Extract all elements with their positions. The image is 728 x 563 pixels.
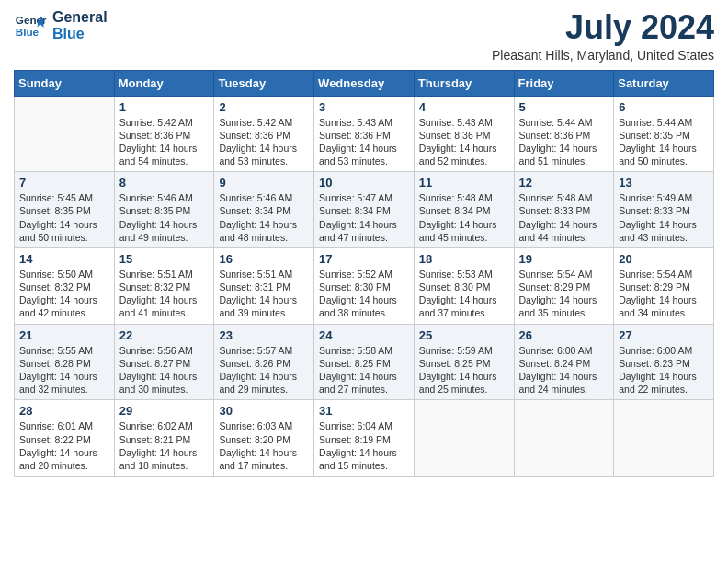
day-number: 6 — [619, 100, 709, 114]
calendar-cell — [414, 400, 514, 477]
cell-sun-info: Sunrise: 5:42 AM Sunset: 8:36 PM Dayligh… — [219, 116, 309, 168]
calendar-cell: 4Sunrise: 5:43 AM Sunset: 8:36 PM Daylig… — [414, 96, 514, 172]
day-number: 21 — [19, 328, 109, 342]
calendar-cell — [15, 96, 115, 172]
day-number: 4 — [419, 100, 509, 114]
weekday-header-row: SundayMondayTuesdayWednesdayThursdayFrid… — [15, 70, 714, 96]
cell-sun-info: Sunrise: 5:59 AM Sunset: 8:25 PM Dayligh… — [419, 344, 509, 396]
calendar-cell: 13Sunrise: 5:49 AM Sunset: 8:33 PM Dayli… — [614, 172, 714, 248]
calendar-cell: 26Sunrise: 6:00 AM Sunset: 8:24 PM Dayli… — [514, 324, 614, 400]
day-number: 25 — [419, 328, 509, 342]
cell-sun-info: Sunrise: 5:47 AM Sunset: 8:34 PM Dayligh… — [319, 191, 409, 244]
calendar-week-4: 21Sunrise: 5:55 AM Sunset: 8:28 PM Dayli… — [15, 324, 714, 400]
day-number: 7 — [19, 176, 109, 190]
cell-sun-info: Sunrise: 6:00 AM Sunset: 8:24 PM Dayligh… — [519, 344, 609, 396]
cell-sun-info: Sunrise: 5:46 AM Sunset: 8:35 PM Dayligh… — [119, 191, 210, 244]
calendar-cell: 12Sunrise: 5:48 AM Sunset: 8:33 PM Dayli… — [514, 172, 614, 248]
day-number: 13 — [619, 176, 709, 190]
cell-sun-info: Sunrise: 5:54 AM Sunset: 8:29 PM Dayligh… — [519, 268, 609, 320]
day-number: 1 — [119, 100, 210, 114]
calendar-cell: 31Sunrise: 6:04 AM Sunset: 8:19 PM Dayli… — [314, 400, 415, 477]
day-number: 15 — [119, 252, 210, 266]
calendar-week-1: 1Sunrise: 5:42 AM Sunset: 8:36 PM Daylig… — [15, 96, 714, 172]
location-subtitle: Pleasant Hills, Maryland, United States — [492, 48, 714, 63]
title-area: July 2024 Pleasant Hills, Maryland, Unit… — [492, 9, 714, 63]
cell-sun-info: Sunrise: 5:44 AM Sunset: 8:36 PM Dayligh… — [519, 116, 609, 168]
logo-text-line1: General — [52, 9, 108, 26]
calendar-cell: 6Sunrise: 5:44 AM Sunset: 8:35 PM Daylig… — [614, 96, 714, 172]
day-number: 17 — [319, 252, 409, 266]
calendar-cell: 27Sunrise: 6:00 AM Sunset: 8:23 PM Dayli… — [614, 324, 714, 400]
calendar-cell: 28Sunrise: 6:01 AM Sunset: 8:22 PM Dayli… — [15, 400, 115, 477]
cell-sun-info: Sunrise: 5:58 AM Sunset: 8:25 PM Dayligh… — [319, 344, 409, 396]
cell-sun-info: Sunrise: 5:44 AM Sunset: 8:35 PM Dayligh… — [619, 116, 709, 168]
cell-sun-info: Sunrise: 5:54 AM Sunset: 8:29 PM Dayligh… — [619, 268, 709, 320]
cell-sun-info: Sunrise: 6:03 AM Sunset: 8:20 PM Dayligh… — [219, 419, 309, 472]
day-number: 27 — [619, 328, 709, 342]
calendar-week-5: 28Sunrise: 6:01 AM Sunset: 8:22 PM Dayli… — [15, 400, 714, 477]
day-number: 28 — [19, 404, 109, 418]
cell-sun-info: Sunrise: 6:00 AM Sunset: 8:23 PM Dayligh… — [619, 344, 709, 396]
calendar-cell: 22Sunrise: 5:56 AM Sunset: 8:27 PM Dayli… — [114, 324, 214, 400]
cell-sun-info: Sunrise: 5:43 AM Sunset: 8:36 PM Dayligh… — [319, 116, 409, 168]
logo-icon: General Blue — [14, 9, 47, 42]
weekday-header-monday: Monday — [114, 70, 214, 96]
calendar-cell: 11Sunrise: 5:48 AM Sunset: 8:34 PM Dayli… — [414, 172, 514, 248]
calendar-week-3: 14Sunrise: 5:50 AM Sunset: 8:32 PM Dayli… — [15, 247, 714, 324]
weekday-header-thursday: Thursday — [414, 70, 514, 96]
day-number: 19 — [519, 252, 609, 266]
weekday-header-saturday: Saturday — [614, 70, 714, 96]
calendar-cell: 5Sunrise: 5:44 AM Sunset: 8:36 PM Daylig… — [514, 96, 614, 172]
cell-sun-info: Sunrise: 5:42 AM Sunset: 8:36 PM Dayligh… — [119, 116, 210, 168]
day-number: 8 — [119, 176, 210, 190]
cell-sun-info: Sunrise: 5:48 AM Sunset: 8:34 PM Dayligh… — [419, 191, 509, 244]
weekday-header-sunday: Sunday — [15, 70, 115, 96]
calendar-cell: 3Sunrise: 5:43 AM Sunset: 8:36 PM Daylig… — [314, 96, 415, 172]
calendar-cell: 16Sunrise: 5:51 AM Sunset: 8:31 PM Dayli… — [214, 247, 314, 324]
calendar-cell: 29Sunrise: 6:02 AM Sunset: 8:21 PM Dayli… — [114, 400, 214, 477]
day-number: 16 — [219, 252, 309, 266]
day-number: 5 — [519, 100, 609, 114]
day-number: 14 — [19, 252, 109, 266]
svg-text:Blue: Blue — [16, 26, 40, 38]
cell-sun-info: Sunrise: 6:04 AM Sunset: 8:19 PM Dayligh… — [319, 419, 409, 472]
calendar-cell: 19Sunrise: 5:54 AM Sunset: 8:29 PM Dayli… — [514, 247, 614, 324]
cell-sun-info: Sunrise: 5:50 AM Sunset: 8:32 PM Dayligh… — [19, 268, 109, 320]
day-number: 24 — [319, 328, 409, 342]
logo-wordmark: General Blue — [52, 9, 108, 41]
month-year-title: July 2024 — [492, 9, 714, 46]
day-number: 31 — [319, 404, 409, 418]
cell-sun-info: Sunrise: 5:43 AM Sunset: 8:36 PM Dayligh… — [419, 116, 509, 168]
cell-sun-info: Sunrise: 6:01 AM Sunset: 8:22 PM Dayligh… — [19, 419, 109, 472]
header: General Blue General Blue July 2024 Plea… — [14, 9, 714, 63]
cell-sun-info: Sunrise: 5:55 AM Sunset: 8:28 PM Dayligh… — [19, 344, 109, 396]
cell-sun-info: Sunrise: 5:51 AM Sunset: 8:32 PM Dayligh… — [119, 268, 210, 320]
cell-sun-info: Sunrise: 5:53 AM Sunset: 8:30 PM Dayligh… — [419, 268, 509, 320]
weekday-header-wednesday: Wednesday — [314, 70, 415, 96]
logo-text-line2: Blue — [52, 26, 108, 42]
cell-sun-info: Sunrise: 5:51 AM Sunset: 8:31 PM Dayligh… — [219, 268, 309, 320]
cell-sun-info: Sunrise: 5:45 AM Sunset: 8:35 PM Dayligh… — [19, 191, 109, 244]
day-number: 30 — [219, 404, 309, 418]
calendar-table: SundayMondayTuesdayWednesdayThursdayFrid… — [14, 70, 714, 477]
cell-sun-info: Sunrise: 5:52 AM Sunset: 8:30 PM Dayligh… — [319, 268, 409, 320]
calendar-cell: 18Sunrise: 5:53 AM Sunset: 8:30 PM Dayli… — [414, 247, 514, 324]
day-number: 3 — [319, 100, 409, 114]
calendar-cell: 23Sunrise: 5:57 AM Sunset: 8:26 PM Dayli… — [214, 324, 314, 400]
day-number: 29 — [119, 404, 210, 418]
cell-sun-info: Sunrise: 5:46 AM Sunset: 8:34 PM Dayligh… — [219, 191, 309, 244]
cell-sun-info: Sunrise: 5:49 AM Sunset: 8:33 PM Dayligh… — [619, 191, 709, 244]
day-number: 9 — [219, 176, 309, 190]
day-number: 11 — [419, 176, 509, 190]
calendar-cell: 17Sunrise: 5:52 AM Sunset: 8:30 PM Dayli… — [314, 247, 415, 324]
calendar-cell: 10Sunrise: 5:47 AM Sunset: 8:34 PM Dayli… — [314, 172, 415, 248]
day-number: 12 — [519, 176, 609, 190]
cell-sun-info: Sunrise: 5:56 AM Sunset: 8:27 PM Dayligh… — [119, 344, 210, 396]
day-number: 18 — [419, 252, 509, 266]
cell-sun-info: Sunrise: 5:48 AM Sunset: 8:33 PM Dayligh… — [519, 191, 609, 244]
calendar-cell — [614, 400, 714, 477]
calendar-cell: 15Sunrise: 5:51 AM Sunset: 8:32 PM Dayli… — [114, 247, 214, 324]
calendar-cell: 1Sunrise: 5:42 AM Sunset: 8:36 PM Daylig… — [114, 96, 214, 172]
calendar-cell: 7Sunrise: 5:45 AM Sunset: 8:35 PM Daylig… — [15, 172, 115, 248]
calendar-cell: 24Sunrise: 5:58 AM Sunset: 8:25 PM Dayli… — [314, 324, 415, 400]
